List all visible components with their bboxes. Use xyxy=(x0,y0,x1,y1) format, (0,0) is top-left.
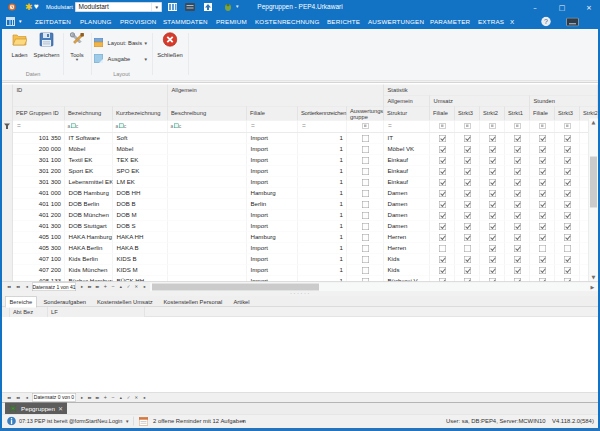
dock-tab-pepgruppen[interactable]: Pepgruppen ✕ xyxy=(5,403,67,415)
checkbox-icon[interactable] xyxy=(514,201,521,208)
table-row[interactable]: 405 300HAKA BerlinHAKA BImport1Herren xyxy=(13,243,598,254)
column-header-fil[interactable]: Filiale xyxy=(247,107,298,121)
navigator-button[interactable]: ▸▸ xyxy=(94,394,102,402)
checkbox-icon[interactable] xyxy=(489,168,496,175)
filter-cell-c2[interactable] xyxy=(455,121,480,133)
checkbox-icon[interactable] xyxy=(539,256,546,263)
checkbox-icon[interactable] xyxy=(489,157,496,164)
detail-tab-artikel[interactable]: Artikel xyxy=(230,297,254,308)
checkbox-icon[interactable] xyxy=(564,234,571,241)
checkbox-icon[interactable] xyxy=(464,135,471,142)
detail-tab-kostenstellen-personal[interactable]: Kostenstellen Personal xyxy=(160,297,227,308)
filter-cell-bez[interactable]: ac xyxy=(65,121,113,133)
checkbox-icon[interactable] xyxy=(464,168,471,175)
checkbox-icon[interactable] xyxy=(514,146,521,153)
filter-cell-c4[interactable] xyxy=(505,121,530,133)
column-header-bez[interactable]: Bezeichnung xyxy=(65,107,113,121)
navigator-button[interactable]: ✓ xyxy=(125,283,133,291)
column-header-kurz[interactable]: Kurzbezeichnung xyxy=(113,107,168,121)
filter-cell-c1[interactable] xyxy=(430,121,455,133)
filter-cell-c6[interactable] xyxy=(555,121,580,133)
checkbox-icon[interactable] xyxy=(564,245,571,252)
filter-cell-beschr[interactable]: ac xyxy=(168,121,247,133)
checkbox-icon[interactable] xyxy=(362,190,369,197)
navigator-button[interactable]: ◂◂ xyxy=(4,394,13,402)
checkbox-icon[interactable] xyxy=(362,267,369,274)
checkbox-icon[interactable] xyxy=(489,201,496,208)
checkbox-icon[interactable] xyxy=(564,168,571,175)
navigator-button[interactable]: ◂◂ xyxy=(13,394,22,402)
ausgabe-button[interactable]: Ausgabe ▼ xyxy=(94,53,130,65)
checkbox-icon[interactable] xyxy=(489,146,496,153)
navigator-button[interactable]: ✕ xyxy=(132,283,140,291)
checkbox-icon[interactable] xyxy=(439,234,446,241)
checkbox-icon[interactable] xyxy=(489,234,496,241)
checkbox-icon[interactable] xyxy=(539,245,546,252)
app-menu-button[interactable]: ▼ xyxy=(6,16,28,27)
maximize-button[interactable]: □ xyxy=(555,0,569,14)
checkbox-icon[interactable] xyxy=(514,234,521,241)
checkbox-icon[interactable] xyxy=(362,234,369,241)
table-row[interactable]: 407 200Kids MünchenKIDS MImport1Kids xyxy=(13,265,598,276)
checkbox-icon[interactable] xyxy=(362,201,369,208)
table-row[interactable]: 401 100DOB BerlinDOB BBerlin1Damen xyxy=(13,199,598,210)
column-header-struk[interactable]: Struktur xyxy=(384,107,430,121)
column-header-c1[interactable]: Filiale xyxy=(430,107,455,121)
help-icon[interactable]: ? xyxy=(541,17,551,29)
column-header-c5[interactable]: Filiale xyxy=(530,107,555,121)
navigator-button[interactable]: ▸▸ xyxy=(94,283,102,291)
column-header-c6[interactable]: Strkt3 xyxy=(555,107,580,121)
checkbox-icon[interactable] xyxy=(514,212,521,219)
checkbox-icon[interactable] xyxy=(539,223,546,230)
column-header-c3[interactable]: Strkt2 xyxy=(480,107,505,121)
navigator-button[interactable]: − xyxy=(109,394,117,402)
checkbox-icon[interactable] xyxy=(514,245,521,252)
table-row[interactable]: 101 350IT SoftwareSoftImport1IT xyxy=(13,133,598,144)
navigator-button[interactable]: ▸ xyxy=(78,394,86,402)
table-row[interactable]: 407 100Kids BerlinKIDS BImport1Kids xyxy=(13,254,598,265)
checkbox-icon[interactable] xyxy=(514,135,521,142)
vertical-scrollbar-thumb[interactable] xyxy=(590,157,597,208)
table-row[interactable]: 301 300Lebensmittel EKLM EKImport1Einkau… xyxy=(13,177,598,188)
checkbox-icon[interactable] xyxy=(464,179,471,186)
detail-column-header-abt-bez[interactable]: Abt Bez xyxy=(10,307,48,317)
table-row[interactable]: 405 100HAKA HamburgHAKA HHHamburg1Herren xyxy=(13,232,598,243)
checkbox-icon[interactable] xyxy=(464,267,471,274)
dock-tab-close-icon[interactable]: ✕ xyxy=(58,403,63,415)
navigator-button[interactable]: + xyxy=(101,283,109,291)
checkbox-icon[interactable] xyxy=(539,168,546,175)
checkbox-icon[interactable] xyxy=(362,212,369,219)
checkbox-icon[interactable] xyxy=(439,190,446,197)
navigator-button[interactable]: ◂ xyxy=(140,394,148,402)
detail-tab-kostenstellen-umsatz[interactable]: Kostenstellen Umsatz xyxy=(93,297,157,308)
vertical-scrollbar[interactable]: ▲▼ xyxy=(588,119,598,282)
checkbox-icon[interactable] xyxy=(514,256,521,263)
chevron-down-icon[interactable]: ▼ xyxy=(125,415,129,429)
menu-item-extras[interactable]: EXTRAS xyxy=(478,14,504,29)
keyboard-icon[interactable] xyxy=(185,3,195,11)
checkbox-icon[interactable] xyxy=(514,267,521,274)
close-button[interactable]: × xyxy=(582,0,596,14)
checkbox-icon[interactable] xyxy=(514,168,521,175)
checkbox-icon[interactable] xyxy=(539,157,546,164)
checkbox-icon[interactable] xyxy=(439,223,446,230)
checkbox-icon[interactable] xyxy=(362,223,369,230)
navigator-button[interactable]: ✕ xyxy=(132,394,140,402)
schliessen-button[interactable]: Schließen xyxy=(154,32,186,70)
filter-cell-struk[interactable]: = xyxy=(384,121,430,133)
checkbox-icon[interactable] xyxy=(362,146,369,153)
columns-icon[interactable] xyxy=(168,3,177,11)
checkbox-icon[interactable] xyxy=(464,157,471,164)
table-row[interactable]: 401 200DOB MünchenDOB MImport1Damen xyxy=(13,210,598,221)
navigator-button[interactable]: ▸ xyxy=(78,283,86,291)
checkbox-icon[interactable] xyxy=(489,135,496,142)
column-header-beschr[interactable]: Beschreibung xyxy=(168,107,247,121)
checkbox-icon[interactable] xyxy=(464,245,471,252)
checkbox-icon[interactable] xyxy=(514,157,521,164)
reminder-message[interactable]: 2 offene Reminder mit 12 Aufgaben xyxy=(153,415,246,429)
clock-icon[interactable] xyxy=(8,3,16,11)
navigator-button[interactable]: ✓ xyxy=(125,394,133,402)
navigator-button[interactable]: ◂ xyxy=(22,283,31,291)
module-combobox[interactable]: Modulstart ▼ xyxy=(75,2,162,12)
checkbox-icon[interactable] xyxy=(539,234,546,241)
